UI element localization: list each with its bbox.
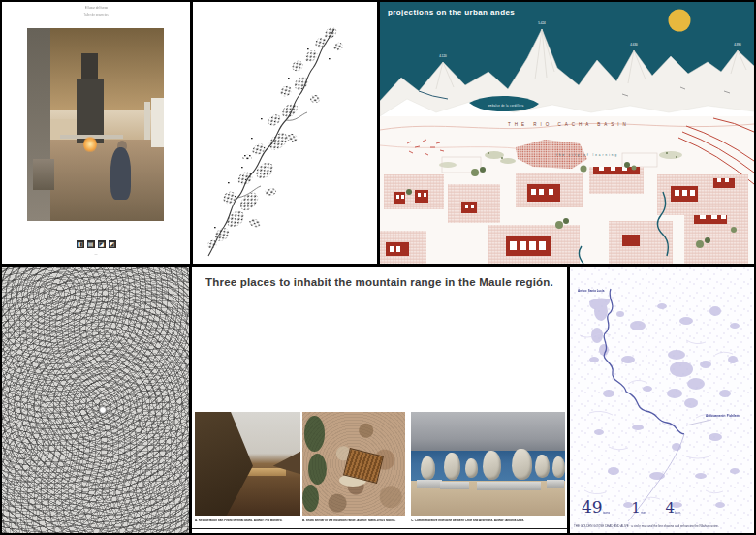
- sun-icon: [669, 10, 691, 32]
- plinth: [440, 482, 469, 489]
- poster-title-line1: El lugar del fuego: [84, 6, 107, 9]
- panel-nilahue-map: Arriba: Santa Lucía Antiguamente: Pichil…: [570, 268, 754, 533]
- plinth: [547, 480, 564, 488]
- school-logo-icon: ▤: [87, 240, 95, 248]
- school-logo-icon: ◪: [98, 240, 106, 248]
- map-label-top: Arriba: Santa Lucía: [578, 289, 605, 292]
- svg-text:5.424: 5.424: [538, 21, 546, 25]
- nilahue-map-drawing: [570, 268, 754, 533]
- basin-label: THE RIO CACHA BASIN: [508, 122, 630, 127]
- lake-label: embalse de la cordillera: [488, 104, 524, 108]
- settlement-map-drawing: [193, 2, 377, 264]
- concrete-wall: [27, 28, 50, 221]
- maule-title: Three places to inhabit the mountain ran…: [200, 276, 559, 288]
- caption-a: A. Recuperation San Pedro thermal baths.…: [195, 519, 282, 521]
- stat-value: 49: [582, 497, 603, 517]
- caption-c: C. Commemorative milestone between Chile…: [411, 519, 524, 521]
- panel-settlement-map: [193, 2, 377, 264]
- panel-contour-map: [2, 268, 189, 533]
- stat-unit: river: [641, 511, 646, 514]
- milestone-stone: [444, 453, 460, 480]
- poster-collage: El lugar del fuego Taller de proyectos ◧…: [0, 0, 756, 535]
- andes-title: projections on the urban andes: [388, 8, 515, 16]
- poster-header: El lugar del fuego Taller de proyectos: [2, 6, 190, 19]
- andes-illustration: embalse de la cordillera THE RIO CACHA B…: [380, 2, 754, 264]
- poster-title-line2: Taller de proyectos: [83, 13, 108, 16]
- stat-unit: towns: [603, 511, 610, 514]
- poster-footer: —: [2, 252, 190, 259]
- bottom-rule: [192, 528, 567, 529]
- chimney-flue: [81, 53, 98, 80]
- fireplace-hood: [77, 79, 104, 144]
- svg-text:4.120: 4.120: [439, 54, 447, 58]
- milestone-stone: [465, 458, 478, 478]
- svg-text:4.630: 4.630: [630, 43, 638, 47]
- plinth: [508, 482, 541, 490]
- caption-b: B. Snow shelter in the mountain range. A…: [302, 519, 395, 521]
- person-figure: [110, 147, 131, 200]
- stat-value: 4: [666, 499, 676, 517]
- milestone-stone: [483, 451, 501, 480]
- panel-urban-andes: embalse de la cordillera THE RIO CACHA B…: [380, 2, 754, 264]
- school-logo-icon: ◧: [77, 240, 84, 248]
- logo-row: ◧ ▤ ◪ ◩: [2, 240, 190, 248]
- panel-maule-places: Three places to inhabit the mountain ran…: [192, 268, 567, 533]
- photo-snow-shelter: [302, 412, 405, 516]
- city-label: the city of learning: [556, 153, 618, 157]
- svg-text:4.890: 4.890: [734, 43, 741, 47]
- plinth: [477, 482, 508, 490]
- panel-fireplace-poster: El lugar del fuego Taller de proyectos ◧…: [2, 2, 190, 264]
- stat-value: 1: [631, 499, 641, 517]
- fireplace-render-photo: [27, 28, 164, 221]
- window: [151, 98, 164, 148]
- milestone-stone: [535, 455, 550, 478]
- window-mullion: [144, 102, 150, 141]
- plinth: [417, 480, 442, 488]
- photo-milestones: [411, 412, 565, 516]
- map-caption: THE GOLDEN GOOSE DEAD AND ALIVE · a circ…: [574, 524, 719, 527]
- milestone-stone: [512, 449, 532, 480]
- map-statistics: 49 towns 1 river 4 lakes: [582, 497, 688, 517]
- photo-thermal-baths: [195, 412, 300, 516]
- site-marker-dot: [99, 406, 107, 414]
- milestone-stone: [552, 456, 565, 478]
- stat-unit: lakes: [675, 511, 680, 514]
- school-logo-icon: ◩: [109, 240, 116, 248]
- milestone-stone: [421, 456, 435, 480]
- stone-steps: [33, 159, 55, 190]
- map-label-right: Antiguamente: Pichilemu: [706, 414, 740, 417]
